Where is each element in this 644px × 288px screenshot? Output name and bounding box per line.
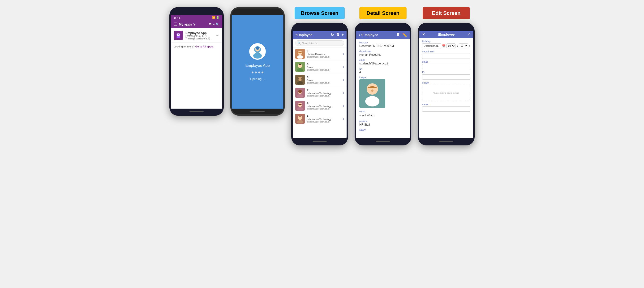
emp-id-9: 9 — [307, 115, 341, 118]
emp-info-6: 6 Sales student6@9expert.co.th — [307, 76, 341, 84]
svg-point-19 — [301, 78, 302, 79]
splash-title: Employee App — [245, 63, 270, 68]
calendar-icon[interactable]: 📅 — [442, 44, 446, 48]
phone4-wrapper: Detail Screen ‹ tEmployee 🗑 ✏️ birthday … — [354, 7, 411, 145]
department-input[interactable] — [422, 54, 470, 59]
phone1-screen: 16:48 📶 🔋 ☰ My apps ∨ ⟳ ≡ 🔍 — [171, 15, 222, 109]
hour-select[interactable]: 00 — [446, 43, 456, 48]
employee-row-5[interactable]: 5 Sales student5@9expert.co.th › — [293, 60, 346, 73]
app-icon — [174, 31, 183, 40]
edit-dept-label: department — [422, 50, 470, 53]
phone5: ✕ tEmployee ✓ birthday 📅 00 ∨ 00 ∨ — [418, 23, 474, 145]
add-icon[interactable]: + — [342, 32, 344, 37]
employee-row-7[interactable]: 7 Information Technology student7@9exper… — [293, 86, 346, 99]
emp-dept-9: Information Technology — [307, 118, 341, 121]
sort-icon[interactable]: ⇅ — [336, 32, 339, 37]
app-row[interactable]: Employee App Professor 9EXPERT TrainingE… — [171, 28, 222, 43]
phone4: ‹ tEmployee 🗑 ✏️ birthday December 6, 19… — [354, 23, 411, 145]
home-indicator-2 — [250, 111, 264, 112]
emp-info-8: 8 Information Technology student8@9exper… — [307, 102, 341, 110]
close-icon[interactable]: ✕ — [422, 32, 425, 36]
emp-id-7: 7 — [307, 89, 341, 92]
department-value: Human Resource — [359, 53, 406, 56]
employee-row-4[interactable]: 4 Human Resource student4@9expert.co.th … — [293, 47, 346, 60]
phone5-wrapper: Edit Screen ✕ tEmployee ✓ birthday 📅 00 — [418, 7, 474, 145]
save-icon[interactable]: ✓ — [468, 32, 470, 36]
emp-avatar-6 — [295, 75, 305, 85]
splash-avatar — [249, 43, 266, 60]
emp-id-5: 5 — [307, 63, 341, 66]
detail-image — [359, 79, 385, 108]
edit-icon[interactable]: ✏️ — [402, 32, 407, 37]
employee-row-6[interactable]: 6 Sales student6@9expert.co.th › — [293, 73, 346, 86]
employee-row-9[interactable]: 9 Information Technology student9@9exper… — [293, 112, 346, 125]
birthday-date-input[interactable] — [422, 43, 441, 48]
splash-opening: Opening ... — [250, 77, 265, 81]
chevron-5: › — [343, 65, 344, 69]
phone4-bottom — [356, 138, 410, 144]
id-input[interactable] — [422, 74, 470, 79]
emp-avatar-5 — [295, 62, 305, 72]
notch — [185, 10, 208, 14]
browse-header-icons: ↻ ⇅ + — [331, 32, 344, 37]
detail-label: Detail Screen — [359, 7, 406, 19]
vol-up-2 — [230, 25, 231, 32]
notch-2 — [246, 10, 269, 14]
position-label: position — [359, 120, 406, 122]
image-label: image — [359, 76, 406, 79]
looking-for-text: Looking for more? Go to All apps. — [171, 43, 222, 50]
chevron-9: › — [343, 117, 344, 121]
name-input[interactable] — [422, 106, 470, 112]
email-input[interactable] — [422, 64, 470, 69]
detail-header-right: 🗑 ✏️ — [396, 32, 407, 37]
minute-select[interactable]: 00 — [459, 43, 468, 48]
refresh-icon[interactable]: ↻ — [331, 32, 334, 37]
phone1-wrapper: 16:48 📶 🔋 ☰ My apps ∨ ⟳ ≡ 🔍 — [170, 7, 224, 116]
emp-avatar-7 — [295, 88, 305, 98]
svg-point-3 — [176, 36, 180, 38]
detail-header: ‹ tEmployee 🗑 ✏️ — [356, 31, 410, 39]
app-name: Employee App — [186, 31, 213, 35]
emp-avatar-8 — [295, 101, 305, 111]
time-sep: ∨ — [456, 45, 458, 47]
employee-row-8[interactable]: 8 Information Technology student8@9exper… — [293, 99, 346, 112]
edit-body: birthday 📅 00 ∨ 00 ∨ department — [419, 38, 473, 115]
delete-icon[interactable]: 🗑 — [396, 32, 400, 37]
employee-list: 4 Human Resource student4@9expert.co.th … — [293, 47, 346, 125]
hamburger-icon[interactable]: ☰ — [174, 22, 177, 26]
image-upload-area[interactable]: Tap or click to add a picture — [422, 85, 470, 101]
emp-dept-7: Information Technology — [307, 92, 341, 95]
header-icons: ⟳ ≡ 🔍 — [209, 22, 220, 26]
edit-birthday-label: birthday — [422, 40, 470, 43]
svg-point-18 — [298, 78, 299, 79]
search-placeholder: Search items — [302, 42, 317, 45]
emp-email-8: student8@9expert.co.th — [307, 108, 341, 110]
search-icon: 🔍 — [298, 41, 301, 45]
salary-label: salary — [359, 129, 406, 131]
browse-label: Browse Screen — [294, 7, 345, 19]
back-icon[interactable]: ‹ — [359, 33, 360, 37]
svg-rect-11 — [302, 53, 303, 54]
search-input[interactable]: 🔍 Search items — [295, 40, 344, 46]
emp-info-7: 7 Information Technology student7@9exper… — [307, 89, 341, 97]
emp-info-5: 5 Sales student5@9expert.co.th — [307, 63, 341, 71]
emp-avatar-9 — [295, 114, 305, 124]
email-label: email — [359, 59, 406, 61]
edit-header: ✕ tEmployee ✓ — [419, 31, 473, 38]
go-to-link[interactable]: Go to All apps. — [195, 45, 214, 48]
emp-dept-8: Information Technology — [307, 105, 341, 108]
notch-5 — [434, 25, 458, 29]
emp-info-4: 4 Human Resource student4@9expert.co.th — [307, 50, 341, 58]
emp-id-4: 4 — [307, 50, 341, 53]
splash-content: Employee App Opening ... — [232, 15, 283, 109]
notch-4 — [371, 25, 395, 29]
myapps-header: ☰ My apps ∨ ⟳ ≡ 🔍 — [171, 20, 222, 28]
dot-1 — [252, 71, 254, 73]
phone5-screen: ✕ tEmployee ✓ birthday 📅 00 ∨ 00 ∨ — [419, 31, 473, 138]
emp-dept-5: Sales — [307, 66, 341, 69]
phone1-topbar — [171, 8, 222, 15]
id-label: ID — [359, 67, 406, 70]
emp-email-6: student6@9expert.co.th — [307, 82, 341, 84]
vol-down-2 — [230, 34, 231, 41]
app-dots[interactable]: ⋯ — [216, 33, 220, 38]
